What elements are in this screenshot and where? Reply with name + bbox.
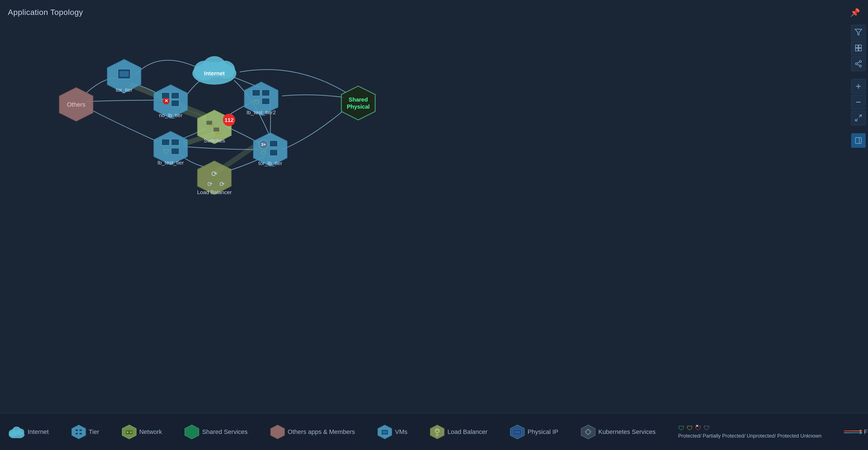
legend-k8s-label: Kubernetes Services — [598, 428, 656, 436]
flow-problem-line — [844, 430, 861, 431]
legend-vms: VMs — [377, 425, 407, 439]
legend-physical-ip-label: Physical IP — [528, 428, 558, 436]
svg-point-64 — [860, 65, 862, 67]
legend-flows: Flows with Problems/ All Flows — [844, 428, 868, 436]
svg-rect-59 — [859, 45, 861, 48]
k8s-legend-icon — [581, 425, 595, 439]
others-node[interactable]: Others — [59, 87, 93, 121]
lb-test-tier-node[interactable]: 🛡 lb_test_tier — [154, 131, 188, 166]
svg-rect-41 — [262, 90, 270, 96]
svg-marker-88 — [271, 425, 285, 439]
others-legend-icon — [270, 425, 285, 439]
svg-rect-81 — [75, 432, 78, 435]
svg-rect-13 — [214, 127, 219, 131]
lb-legend-icon: ⟳ — [430, 425, 444, 439]
svg-text:112: 112 — [224, 117, 234, 123]
svg-rect-60 — [856, 48, 858, 51]
svg-text:no_lb_tier: no_lb_tier — [159, 112, 183, 119]
svg-rect-97 — [515, 431, 520, 433]
svg-text:Switches: Switches — [204, 138, 225, 144]
shared-services-legend-icon — [185, 425, 199, 439]
svg-line-70 — [859, 115, 861, 117]
legend-others-label: Others apps & Members — [288, 428, 355, 436]
svg-rect-72 — [856, 138, 862, 144]
shield-unknown-icon: 🛡 — [704, 425, 710, 432]
svg-rect-34 — [162, 139, 169, 145]
svg-text:⟳: ⟳ — [207, 181, 212, 188]
svg-line-66 — [857, 62, 860, 63]
topology-svg: Internet ⚠ ⚠ Switches 112 ⟳ ⟳ ⟳ Load Bal… — [0, 0, 849, 418]
svg-text:tor_tier: tor_tier — [116, 87, 132, 93]
svg-rect-82 — [79, 432, 82, 435]
zoom-in-button[interactable] — [851, 79, 866, 94]
flow-lines — [844, 430, 861, 433]
protection-icons-row: 🛡 🛡 🛡 ✕ 🛡 — [678, 425, 710, 432]
svg-text:🛡: 🛡 — [254, 99, 260, 106]
legend-lb-label: Load Balancer — [447, 428, 488, 436]
svg-text:lb_test_tier: lb_test_tier — [158, 160, 184, 166]
svg-rect-24 — [120, 71, 129, 77]
legend-internet: Internet — [8, 426, 49, 438]
svg-text:lb_test_tier2: lb_test_tier2 — [247, 110, 276, 116]
svg-line-65 — [857, 64, 860, 66]
no-lb-tier-node[interactable]: ✕ no_lb_tier — [154, 85, 188, 119]
legend-tier: Tier — [71, 425, 99, 439]
svg-point-77 — [17, 428, 24, 435]
switches-badge: 112 — [223, 114, 235, 126]
svg-rect-43 — [262, 98, 270, 104]
legend-shared-services: Shared Services — [185, 425, 247, 439]
shield-yellow-icon: 🛡 — [687, 425, 693, 432]
legend-internet-label: Internet — [28, 428, 49, 436]
svg-rect-40 — [252, 90, 260, 96]
legend-shared-services-label: Shared Services — [202, 428, 247, 436]
legend-physical-ip: Physical IP — [510, 425, 558, 439]
svg-rect-12 — [207, 121, 212, 125]
tier-legend-icon — [71, 425, 86, 439]
svg-rect-79 — [75, 429, 78, 431]
shield-green-icon: 🛡 — [678, 425, 684, 432]
svg-marker-98 — [581, 425, 595, 439]
legend-lb: ⟳ Load Balancer — [430, 425, 488, 439]
legend-vms-label: VMs — [395, 428, 407, 436]
svg-text:tor_lb_tier: tor_lb_tier — [258, 160, 282, 167]
svg-rect-35 — [171, 139, 179, 145]
svg-marker-87 — [185, 425, 199, 439]
zoom-out-button[interactable] — [851, 95, 866, 110]
svg-text:🛡: 🛡 — [163, 148, 169, 155]
svg-text:⟳: ⟳ — [219, 181, 224, 188]
svg-text:Others: Others — [67, 101, 86, 108]
svg-point-85 — [127, 431, 128, 433]
legend-protection-label: Protected/ Partially Protected/ Unprotec… — [678, 433, 822, 439]
legend-protection: 🛡 🛡 🛡 ✕ 🛡 Protected/ Partially Protected… — [678, 425, 822, 439]
svg-text:3+: 3+ — [261, 142, 266, 147]
svg-rect-91 — [382, 431, 387, 433]
fit-screen-button[interactable] — [851, 111, 866, 125]
cloud-legend-icon — [8, 426, 25, 438]
filter-button[interactable] — [851, 25, 866, 39]
svg-text:✕: ✕ — [164, 98, 168, 103]
svg-text:Shared: Shared — [349, 96, 368, 103]
svg-point-62 — [860, 60, 862, 62]
toolbar — [849, 23, 868, 150]
svg-text:🛡: 🛡 — [260, 150, 267, 157]
lb-test-tier2-node[interactable]: 🛡 lb_test_tier2 — [244, 82, 278, 116]
flow-all-line — [844, 432, 861, 433]
vm-legend-icon — [377, 425, 392, 439]
svg-line-71 — [856, 119, 858, 121]
svg-rect-28 — [171, 93, 179, 99]
svg-rect-50 — [270, 150, 278, 156]
legend-others: Others apps & Members — [270, 425, 355, 439]
internet-node[interactable]: Internet — [192, 56, 237, 85]
legend-network: Network — [122, 425, 162, 439]
svg-marker-54 — [341, 86, 375, 120]
shared-physical-node[interactable]: Shared Physical — [341, 86, 375, 120]
tor-lb-tier-node[interactable]: 3+ 🛡 tor_lb_tier — [253, 132, 287, 167]
svg-text:⟳: ⟳ — [436, 433, 439, 437]
svg-point-63 — [856, 63, 858, 65]
layout-button[interactable] — [851, 41, 866, 55]
share-button[interactable] — [851, 56, 866, 71]
svg-rect-58 — [856, 45, 858, 48]
svg-text:⟳: ⟳ — [211, 170, 217, 178]
panel-button[interactable] — [851, 133, 866, 148]
svg-rect-48 — [270, 141, 278, 147]
